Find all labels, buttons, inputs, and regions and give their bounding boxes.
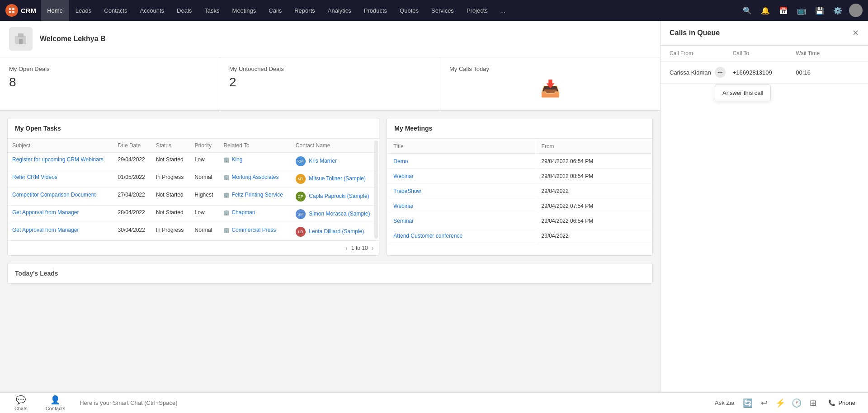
calls-table-header: Call From Call To Wait Time xyxy=(660,46,868,61)
leads-header: Today's Leads xyxy=(15,270,645,277)
notifications-icon[interactable]: 🔔 xyxy=(759,4,772,17)
meetings-col-from: From xyxy=(536,140,651,154)
footer-refresh-btn[interactable]: 🔄 xyxy=(740,395,756,411)
related-icon: 🏢 xyxy=(223,192,230,198)
contact-link[interactable]: Mitsue Tollner (Sample) xyxy=(309,175,366,182)
tv-icon[interactable]: 📺 xyxy=(795,4,808,17)
related-link[interactable]: Morlong Associates xyxy=(231,174,278,180)
close-sidebar-btn[interactable]: ✕ xyxy=(852,28,859,38)
meeting-title: Attend Customer conference xyxy=(388,229,535,243)
task-contact: MT Mitsue Tollner (Sample) xyxy=(291,170,379,188)
related-link[interactable]: Commercial Press xyxy=(231,227,276,233)
meetings-scroll[interactable]: Title From Demo 29/04/2022 06:54 PM Webi… xyxy=(387,139,652,244)
meetings-panel: My Meetings Title From Demo 29/04/2022 0… xyxy=(387,118,653,256)
nav-accounts[interactable]: Accounts xyxy=(134,0,170,21)
related-link[interactable]: King xyxy=(231,156,242,163)
footer-bar: 💬 Chats 👤 Contacts Ask Zia 🔄 ↩ ⚡ 🕐 ⊞ 📞 P… xyxy=(0,392,868,413)
list-item: Webinar 29/04/2022 08:54 PM xyxy=(388,169,651,183)
nav-quotes[interactable]: Quotes xyxy=(393,0,425,21)
related-link[interactable]: Feltz Printing Service xyxy=(231,192,283,198)
main-wrapper: Welcome Lekhya B My Open Deals 8 My Unto… xyxy=(0,21,868,413)
nav-home[interactable]: Home xyxy=(41,0,69,21)
col-priority: Priority xyxy=(190,139,219,153)
list-item: TradeShow 29/04/2022 xyxy=(388,184,651,198)
footer-contacts[interactable]: 👤 Contacts xyxy=(37,393,74,413)
task-due-date: 29/04/2022 xyxy=(113,153,151,170)
smart-chat-input[interactable] xyxy=(74,399,709,406)
nav-analytics[interactable]: Analytics xyxy=(321,0,358,21)
stats-row: My Open Deals 8 My Untouched Deals 2 My … xyxy=(0,57,660,111)
calendar-icon[interactable]: 📅 xyxy=(777,4,790,17)
task-subject-link[interactable]: Get Approval from Manager xyxy=(12,227,79,233)
meetings-table: Title From Demo 29/04/2022 06:54 PM Webi… xyxy=(387,139,652,244)
footer-sync-btn[interactable]: ↩ xyxy=(756,395,772,411)
nav-more[interactable]: ... xyxy=(494,0,512,21)
task-status: Not Started xyxy=(151,188,190,206)
task-related: 🏢Morlong Associates xyxy=(219,170,291,188)
user-avatar[interactable] xyxy=(849,4,863,17)
list-item: Seminar 29/04/2022 06:54 PM xyxy=(388,214,651,228)
caller-more-btn[interactable]: ••• xyxy=(715,67,726,78)
related-icon: 🏢 xyxy=(223,210,230,216)
meeting-link[interactable]: Seminar xyxy=(393,218,414,224)
app-logo[interactable]: CRM xyxy=(5,4,36,17)
contact-link[interactable]: Capla Paprocki (Sample) xyxy=(309,193,369,199)
nav-services[interactable]: Services xyxy=(425,0,460,21)
footer-zia-icon[interactable]: ⚡ xyxy=(772,395,788,411)
footer-chats[interactable]: 💬 Chats xyxy=(5,393,37,413)
task-contact: LD Leota Dilliard (Sample) xyxy=(291,223,379,241)
call-phone: +16692813109 xyxy=(733,69,796,76)
prev-page-btn[interactable]: ‹ xyxy=(345,244,348,252)
nav-products[interactable]: Products xyxy=(358,0,393,21)
task-related: 🏢Chapman xyxy=(219,206,291,223)
task-status: Not Started xyxy=(151,153,190,170)
footer-grid-icon[interactable]: ⊞ xyxy=(805,395,821,411)
calls-col-to: Call To xyxy=(733,50,796,56)
next-page-btn[interactable]: › xyxy=(372,244,374,252)
footer-phone-btn[interactable]: 📞 Phone xyxy=(821,395,863,411)
nav-projects[interactable]: Projects xyxy=(460,0,494,21)
task-subject-link[interactable]: Competitor Comparison Document xyxy=(12,192,96,198)
nav-items: Home Leads Contacts Accounts Deals Tasks… xyxy=(41,0,741,21)
ask-zia-btn[interactable]: Ask Zia xyxy=(709,399,740,406)
meeting-from: 29/04/2022 08:54 PM xyxy=(536,169,651,183)
related-link[interactable]: Chapman xyxy=(231,209,255,216)
task-subject-link[interactable]: Get Apporval from Manager xyxy=(12,209,79,216)
storage-icon[interactable]: 💾 xyxy=(813,4,826,17)
tray-icon: 📥 xyxy=(540,79,561,98)
task-subject: Get Apporval from Manager xyxy=(8,206,113,223)
nav-tasks[interactable]: Tasks xyxy=(198,0,226,21)
contact-link[interactable]: Simon Morasca (Sample) xyxy=(309,211,370,217)
nav-deals[interactable]: Deals xyxy=(170,0,198,21)
calls-sidebar: Calls in Queue ✕ Call From Call To Wait … xyxy=(660,21,868,413)
contacts-label: Contacts xyxy=(46,406,65,411)
task-subject-link[interactable]: Refer CRM Videos xyxy=(12,174,57,180)
contact-link[interactable]: Leota Dilliard (Sample) xyxy=(309,228,364,235)
meeting-link[interactable]: Webinar xyxy=(393,173,413,179)
search-icon[interactable]: 🔍 xyxy=(741,4,754,17)
nav-leads[interactable]: Leads xyxy=(69,0,98,21)
task-subject-link[interactable]: Register for upcoming CRM Webinars xyxy=(12,156,104,163)
meeting-link[interactable]: TradeShow xyxy=(393,188,421,194)
welcome-icon xyxy=(9,27,33,51)
related-icon: 🏢 xyxy=(223,157,230,163)
nav-contacts[interactable]: Contacts xyxy=(98,0,133,21)
task-related: 🏢Feltz Printing Service xyxy=(219,188,291,206)
tasks-scroll[interactable]: Subject Due Date Status Priority Related… xyxy=(8,139,379,240)
settings-icon[interactable]: ⚙️ xyxy=(831,4,844,17)
meeting-link[interactable]: Attend Customer conference xyxy=(393,233,462,239)
task-status: In Progress xyxy=(151,170,190,188)
task-priority: Normal xyxy=(190,170,219,188)
calls-today-label: My Calls Today xyxy=(449,66,651,72)
footer-clock-icon[interactable]: 🕐 xyxy=(788,395,805,411)
nav-meetings[interactable]: Meetings xyxy=(226,0,263,21)
related-icon: 🏢 xyxy=(223,227,230,233)
nav-reports[interactable]: Reports xyxy=(288,0,321,21)
answer-call-btn[interactable]: Answer this call xyxy=(715,84,771,101)
contact-link[interactable]: Kris Marrier xyxy=(309,158,337,164)
bottom-row: Today's Leads xyxy=(0,263,660,291)
nav-calls[interactable]: Calls xyxy=(262,0,288,21)
meeting-link[interactable]: Demo xyxy=(393,158,408,164)
meeting-from: 29/04/2022 xyxy=(536,229,651,243)
meeting-link[interactable]: Webinar xyxy=(393,203,413,209)
